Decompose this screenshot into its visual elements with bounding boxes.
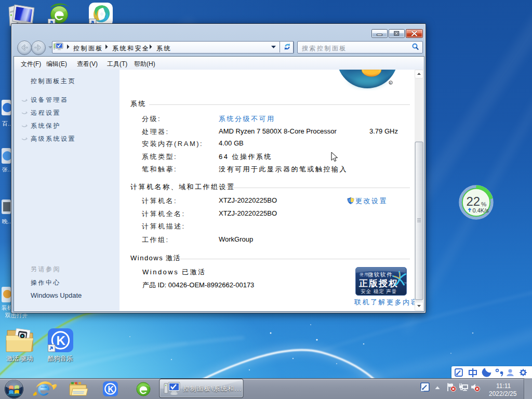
svg-text:控制面板\系统和...: 控制面板\系统和... [183, 385, 242, 392]
svg-text:2022/2/25: 2022/2/25 [489, 390, 517, 397]
svg-text:22: 22 [467, 194, 481, 208]
svg-text:K: K [108, 385, 114, 394]
svg-text:激活.驱动: 激活.驱动 [6, 355, 33, 362]
svg-text:K: K [57, 334, 66, 348]
svg-text:微软软件: 微软软件 [368, 271, 393, 277]
svg-text:张..: 张.. [2, 166, 11, 172]
svg-text:%: % [481, 201, 486, 207]
svg-text:0.4K/s: 0.4K/s [473, 207, 489, 214]
svg-text:TM: TM [404, 282, 407, 284]
svg-text:百..: 百.. [2, 121, 11, 127]
svg-text:酷狗音乐: 酷狗音乐 [48, 355, 73, 362]
svg-text:正版授权: 正版授权 [358, 278, 398, 288]
svg-text:11:11: 11:11 [496, 382, 511, 390]
svg-text:晚..: 晚.. [2, 218, 11, 224]
svg-text:安全 稳定 声誉: 安全 稳定 声誉 [361, 288, 397, 294]
